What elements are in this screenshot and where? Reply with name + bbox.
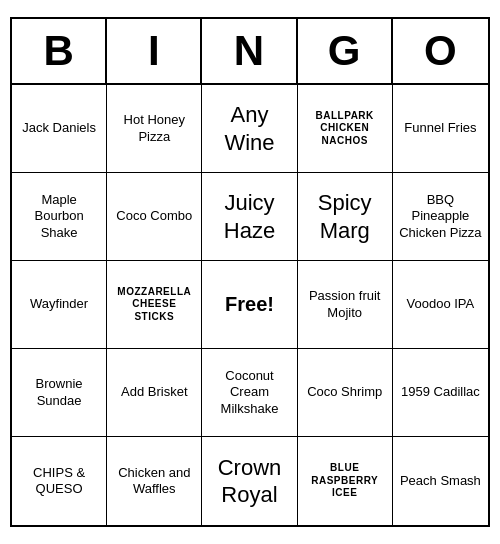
bingo-cell-10: Wayfinder bbox=[12, 261, 107, 349]
bingo-cell-7: Juicy Haze bbox=[202, 173, 297, 261]
bingo-cell-23: BLUE RASPBERRY ICEE bbox=[298, 437, 393, 525]
bingo-cell-19: 1959 Cadillac bbox=[393, 349, 488, 437]
bingo-letter-g: G bbox=[298, 19, 393, 83]
bingo-cell-22: Crown Royal bbox=[202, 437, 297, 525]
bingo-cell-13: Passion fruit Mojito bbox=[298, 261, 393, 349]
bingo-letter-i: I bbox=[107, 19, 202, 83]
bingo-cell-8: Spicy Marg bbox=[298, 173, 393, 261]
bingo-cell-9: BBQ Pineapple Chicken Pizza bbox=[393, 173, 488, 261]
bingo-cell-24: Peach Smash bbox=[393, 437, 488, 525]
bingo-cell-6: Coco Combo bbox=[107, 173, 202, 261]
bingo-cell-12: Free! bbox=[202, 261, 297, 349]
bingo-cell-17: Coconut Cream Milkshake bbox=[202, 349, 297, 437]
bingo-cell-18: Coco Shrimp bbox=[298, 349, 393, 437]
bingo-cell-21: Chicken and Waffles bbox=[107, 437, 202, 525]
bingo-cell-1: Hot Honey Pizza bbox=[107, 85, 202, 173]
bingo-cell-16: Add Brisket bbox=[107, 349, 202, 437]
bingo-header: BINGO bbox=[12, 19, 488, 85]
bingo-cell-0: Jack Daniels bbox=[12, 85, 107, 173]
bingo-cell-3: BALLPARK CHICKEN NACHOS bbox=[298, 85, 393, 173]
bingo-cell-15: Brownie Sundae bbox=[12, 349, 107, 437]
bingo-cell-5: Maple Bourbon Shake bbox=[12, 173, 107, 261]
bingo-cell-11: MOZZARELLA CHEESE STICKS bbox=[107, 261, 202, 349]
bingo-letter-o: O bbox=[393, 19, 488, 83]
bingo-card: BINGO Jack DanielsHot Honey PizzaAny Win… bbox=[10, 17, 490, 527]
bingo-cell-2: Any Wine bbox=[202, 85, 297, 173]
bingo-cell-4: Funnel Fries bbox=[393, 85, 488, 173]
bingo-letter-b: B bbox=[12, 19, 107, 83]
bingo-grid: Jack DanielsHot Honey PizzaAny WineBALLP… bbox=[12, 85, 488, 525]
bingo-cell-14: Voodoo IPA bbox=[393, 261, 488, 349]
bingo-letter-n: N bbox=[202, 19, 297, 83]
bingo-cell-20: CHIPS & QUESO bbox=[12, 437, 107, 525]
